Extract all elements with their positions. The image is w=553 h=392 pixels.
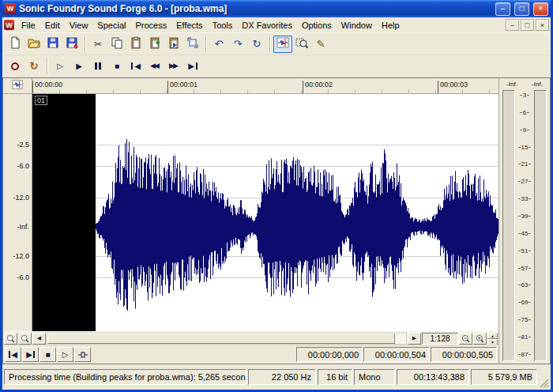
meter-scale-label: 51: [517, 247, 532, 254]
magnify-button-2[interactable]: [18, 333, 32, 345]
menu-dx-favorites[interactable]: DX Favorites: [237, 19, 297, 32]
meter-scale-label: 33: [517, 195, 532, 202]
play-meter[interactable]: -Inf. -Inf. 3 6 9 15 21 27 33 39 45 51 5…: [498, 78, 550, 364]
region-marker[interactable]: 01: [35, 96, 47, 105]
mix-button[interactable]: [164, 36, 183, 53]
scroll-left-button[interactable]: ◀: [32, 333, 46, 345]
cursor-position-field[interactable]: 00:00:00,000: [296, 347, 363, 362]
stop-icon: ■: [115, 62, 119, 70]
go-to-end-button[interactable]: ▶: [183, 58, 202, 75]
save-button[interactable]: [43, 36, 62, 53]
meter-scale-label: 6: [519, 109, 530, 116]
forward-button[interactable]: ▶▶: [164, 58, 183, 75]
menu-edit[interactable]: Edit: [40, 19, 65, 32]
pause-button[interactable]: [88, 58, 107, 75]
new-button[interactable]: [6, 36, 24, 53]
trim-button[interactable]: [183, 36, 202, 53]
loop-icon: ↻: [30, 61, 39, 71]
go-to-start-icon: ◀: [134, 62, 141, 70]
pencil-tool-button[interactable]: ✎: [311, 36, 330, 53]
menu-process[interactable]: Process: [130, 19, 171, 32]
maximize-button[interactable]: □: [514, 2, 529, 16]
child-restore-button[interactable]: □: [521, 19, 534, 31]
ruler-row: 00:00:00 00:00:01 00:00:02 00:00:03: [3, 78, 498, 94]
copy-button[interactable]: [107, 36, 126, 53]
paste-button[interactable]: [126, 36, 145, 53]
spin-up-button[interactable]: ▲: [487, 333, 498, 339]
data-window: 00:00:00 00:00:01 00:00:02 00:00:03 -2.5…: [2, 77, 551, 364]
horizontal-scrollbar[interactable]: [47, 333, 407, 345]
time-ruler[interactable]: 00:00:00 00:00:01 00:00:02 00:00:03: [32, 78, 498, 94]
playbar-play-button[interactable]: ▷: [57, 347, 73, 362]
open-button[interactable]: [24, 36, 43, 53]
scroll-right-icon: ▶: [412, 335, 416, 341]
stop-button[interactable]: ■: [107, 58, 126, 75]
meter-body: 3 6 9 15 21 27 33 39 45 51 57 63 69 75 8…: [502, 90, 547, 361]
edit-tool-icon: [276, 36, 289, 52]
level-ruler[interactable]: -2.5 -6.0 -12.0 -Inf. -12.0 -6.0: [3, 94, 32, 331]
db-label: -12.0: [13, 194, 29, 202]
record-button[interactable]: [6, 58, 24, 75]
playbar-go-end-button[interactable]: ▶: [22, 347, 39, 362]
save-icon: [47, 36, 59, 52]
bit-depth-field[interactable]: 16 bit: [318, 369, 352, 385]
menu-effects[interactable]: Effects: [171, 19, 207, 32]
repeat-button[interactable]: ↻: [247, 36, 266, 53]
menu-tools[interactable]: Tools: [208, 19, 238, 32]
time-label: 00:00:01: [167, 81, 198, 93]
pencil-icon: ✎: [317, 39, 325, 49]
zoom-ratio-display[interactable]: 1:128: [422, 333, 458, 345]
magnify-icon: [295, 36, 308, 52]
playbar-go-start-button[interactable]: ◀: [5, 347, 21, 362]
zoom-out-button[interactable]: [459, 333, 472, 345]
minimize-button[interactable]: –: [495, 2, 510, 16]
meter-scale: 3 6 9 15 21 27 33 39 45 51 57 63 69 75 8…: [517, 92, 532, 358]
app-window: W Sonic Foundry Sound Forge 6.0 - [proba…: [0, 0, 553, 392]
redo-button[interactable]: ↷: [228, 36, 247, 53]
time-label: 00:00:03: [438, 81, 468, 93]
menu-window[interactable]: Window: [337, 19, 377, 32]
save-as-button[interactable]: [62, 36, 81, 53]
edit-tool-button[interactable]: [273, 36, 292, 53]
resize-grip[interactable]: [539, 377, 549, 387]
sample-rate-field[interactable]: 22 050 Hz: [248, 369, 316, 385]
selection-end-field[interactable]: 00:00:00,504: [363, 347, 430, 362]
magnify-tool-button[interactable]: [292, 36, 311, 53]
meter-scale-label: 27: [517, 178, 532, 185]
meter-scale-label: 81: [517, 334, 532, 341]
title-bar[interactable]: W Sonic Foundry Sound Forge 6.0 - [proba…: [2, 0, 551, 17]
scroll-right-button[interactable]: ▶: [408, 333, 421, 345]
menu-special[interactable]: Special: [92, 19, 130, 32]
child-minimize-button[interactable]: –: [506, 19, 519, 31]
play-all-button[interactable]: ▷: [51, 58, 70, 75]
play-button[interactable]: ▶: [70, 58, 88, 75]
menu-help[interactable]: Help: [377, 19, 404, 32]
meter-bar-right: [534, 90, 547, 361]
scissors-icon: ✂: [94, 40, 102, 49]
selection-length-field[interactable]: 00:00:00,505: [431, 347, 497, 362]
magnify-button-1[interactable]: [4, 333, 17, 345]
loop-playback-button[interactable]: ↻: [24, 58, 43, 75]
cut-button[interactable]: ✂: [88, 36, 107, 53]
undo-button[interactable]: ↶: [209, 36, 228, 53]
menu-options[interactable]: Options: [297, 19, 337, 32]
close-button[interactable]: ×: [533, 2, 548, 16]
channels-field[interactable]: Mono: [354, 369, 395, 385]
paste-icon: [130, 36, 142, 52]
child-close-button[interactable]: ×: [536, 19, 549, 31]
paste-special-button[interactable]: [145, 36, 164, 53]
menu-view[interactable]: View: [65, 19, 93, 32]
rewind-icon: ◀◀: [150, 62, 160, 70]
rewind-button[interactable]: ◀◀: [145, 58, 164, 75]
playbar-stop-button[interactable]: ■: [40, 347, 56, 362]
zoom-in-button[interactable]: [473, 333, 487, 345]
playbar-go-end-icon: ▶: [26, 351, 32, 359]
scrollbar-thumb[interactable]: [47, 334, 395, 344]
menu-file[interactable]: File: [17, 19, 40, 32]
playbar-tool-button[interactable]: [74, 347, 91, 362]
document-icon[interactable]: W: [4, 20, 14, 30]
go-to-start-button[interactable]: ◀: [126, 58, 145, 75]
waveform-display[interactable]: 01: [32, 94, 498, 331]
meter-scale-label: 21: [517, 160, 532, 168]
ruler-corner[interactable]: [3, 78, 32, 94]
